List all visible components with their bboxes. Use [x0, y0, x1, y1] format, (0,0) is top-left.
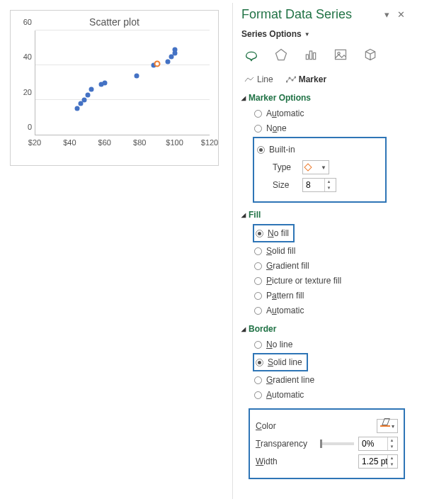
- y-tick-label: 0: [28, 123, 32, 131]
- radio-auto-fill[interactable]: Automatic: [254, 304, 408, 317]
- radio-icon: [254, 110, 262, 118]
- radio-icon: [256, 230, 263, 237]
- transparency-label: Transparency: [256, 439, 320, 449]
- tab-line[interactable]: Line: [241, 73, 276, 86]
- marker-size-input[interactable]: ▲▼: [302, 178, 336, 192]
- panel-options-dropdown-icon[interactable]: ▾: [380, 9, 394, 20]
- radio-none[interactable]: None: [254, 122, 408, 135]
- radio-icon: [254, 341, 262, 349]
- highlight-line-properties-box: Color ▾ Transparency ▲▼ Width ▲▼: [249, 408, 405, 479]
- panel-title: Format Data Series: [241, 7, 380, 22]
- spinner-down-icon[interactable]: ▼: [325, 185, 333, 191]
- scatter-chart: Scatter plot 0204060$20$40$60$80$100$120: [10, 10, 219, 166]
- color-label: Color: [256, 421, 377, 431]
- highlight-builtin-box: Built-in Type ▼ Size ▲▼: [253, 137, 387, 203]
- radio-icon: [254, 391, 262, 399]
- x-tick-label: $40: [63, 138, 76, 147]
- size-label: Size: [273, 180, 300, 190]
- chevron-down-icon: ▾: [392, 423, 394, 430]
- radio-icon: [256, 359, 263, 366]
- section-border[interactable]: ◢ Border: [241, 324, 408, 334]
- highlighted-data-point[interactable]: [154, 60, 161, 67]
- radio-icon: [257, 146, 265, 154]
- series-options-dropdown[interactable]: Series Options ▼: [241, 29, 310, 39]
- diamond-marker-icon: [304, 163, 312, 171]
- svg-rect-2: [309, 51, 312, 60]
- radio-picture-fill[interactable]: Picture or texture fill: [254, 274, 408, 287]
- svg-rect-1: [306, 55, 308, 60]
- data-point[interactable]: [165, 60, 170, 65]
- marker-type-select[interactable]: ▼: [302, 160, 329, 174]
- radio-gradient-fill[interactable]: Gradient fill: [254, 259, 408, 272]
- x-tick-label: $60: [98, 138, 111, 147]
- close-icon[interactable]: ✕: [394, 9, 408, 20]
- radio-pattern-fill[interactable]: Pattern fill: [254, 289, 408, 302]
- svg-point-7: [288, 77, 290, 79]
- x-tick-label: $120: [201, 138, 218, 147]
- radio-icon: [254, 262, 262, 270]
- transparency-slider[interactable]: [320, 442, 354, 445]
- radio-solid-line[interactable]: Solid line: [256, 356, 302, 369]
- width-input[interactable]: ▲▼: [358, 454, 398, 469]
- data-point[interactable]: [81, 98, 86, 103]
- x-tick-label: $20: [28, 138, 41, 147]
- svg-rect-4: [336, 50, 346, 59]
- section-marker-options[interactable]: ◢ Marker Options: [241, 93, 408, 103]
- y-tick-label: 20: [23, 88, 32, 96]
- data-point[interactable]: [172, 47, 177, 52]
- spinner-up-icon[interactable]: ▲: [325, 179, 333, 185]
- series-options-label: Series Options: [241, 29, 302, 39]
- radio-auto-line[interactable]: Automatic: [254, 388, 408, 401]
- effects-category-icon[interactable]: [273, 46, 290, 63]
- chart-plot-area[interactable]: 0204060$20$40$60$80$100$120: [16, 30, 212, 151]
- radio-icon: [254, 125, 262, 133]
- chevron-down-icon: ▼: [304, 31, 310, 38]
- radio-icon: [254, 277, 262, 285]
- radio-icon: [254, 292, 262, 300]
- data-point[interactable]: [85, 92, 90, 97]
- highlight-no-fill-box: No fill: [253, 224, 295, 242]
- chart-title: Scatter plot: [16, 16, 212, 28]
- data-point[interactable]: [75, 106, 80, 111]
- collapse-icon: ◢: [241, 326, 246, 332]
- tab-marker[interactable]: Marker: [283, 73, 329, 86]
- category-icon-row: [241, 46, 408, 63]
- series-chart-category-icon[interactable]: [302, 46, 319, 63]
- spinner-down-icon[interactable]: ▼: [388, 461, 396, 468]
- format-data-series-panel: Format Data Series ▾ ✕ Series Options ▼ …: [232, 3, 415, 499]
- spinner-up-icon[interactable]: ▲: [388, 437, 396, 444]
- radio-gradient-line[interactable]: Gradient line: [254, 374, 408, 386]
- svg-rect-3: [313, 53, 315, 60]
- section-fill[interactable]: ◢ Fill: [241, 210, 408, 220]
- radio-solid-fill[interactable]: Solid fill: [254, 245, 408, 257]
- panel-header: Format Data Series ▾ ✕: [241, 7, 408, 22]
- spinner-up-icon[interactable]: ▲: [388, 455, 396, 461]
- x-tick-label: $80: [133, 138, 146, 147]
- fill-line-category-icon[interactable]: [243, 46, 260, 63]
- data-point[interactable]: [89, 87, 93, 92]
- radio-icon: [254, 247, 262, 255]
- data-point[interactable]: [134, 73, 139, 78]
- line-marker-tabs: Line Marker: [241, 73, 408, 86]
- pen-icon: [380, 425, 390, 427]
- collapse-icon: ◢: [241, 212, 246, 218]
- radio-no-line[interactable]: No line: [254, 338, 408, 351]
- spinner-down-icon[interactable]: ▼: [388, 444, 396, 450]
- radio-icon: [254, 307, 262, 315]
- picture-category-icon[interactable]: [332, 46, 349, 63]
- radio-built-in[interactable]: Built-in: [257, 143, 381, 156]
- width-label: Width: [256, 457, 358, 466]
- y-tick-label: 60: [23, 18, 32, 26]
- transparency-input[interactable]: ▲▼: [358, 437, 398, 451]
- x-tick-label: $100: [166, 138, 183, 147]
- y-tick-label: 40: [23, 52, 32, 61]
- data-point[interactable]: [103, 80, 108, 85]
- radio-automatic[interactable]: Automatic: [254, 107, 408, 120]
- color-picker[interactable]: ▾: [377, 419, 398, 433]
- svg-marker-0: [276, 50, 287, 60]
- radio-no-fill[interactable]: No fill: [256, 227, 289, 240]
- 3d-category-icon[interactable]: [362, 46, 379, 63]
- svg-point-8: [291, 79, 293, 82]
- collapse-icon: ◢: [241, 95, 246, 101]
- radio-icon: [254, 376, 262, 384]
